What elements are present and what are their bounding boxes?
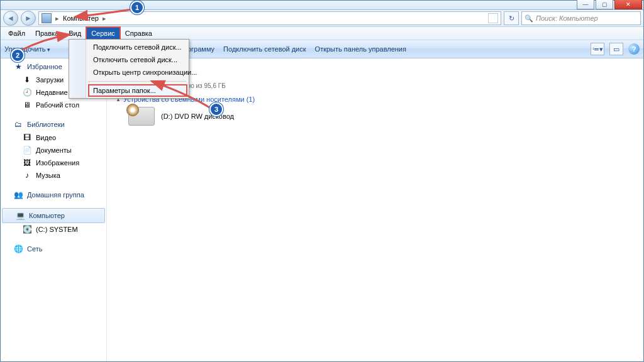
breadcrumb-sep: ▸ [54, 14, 60, 23]
forward-button[interactable]: ► [21, 11, 36, 26]
titlebar: — ▢ ✕ [1, 1, 643, 10]
document-icon: 📄 [22, 145, 32, 155]
cmd-map-drive[interactable]: Подключить сетевой диск [223, 45, 306, 53]
nav-videos[interactable]: 🎞Видео [1, 131, 106, 144]
pictures-icon: 🖼 [22, 158, 32, 168]
dvd-drive-icon [128, 107, 155, 126]
computer-icon: 💻 [15, 211, 25, 221]
back-button[interactable]: ◄ [3, 11, 18, 26]
refresh-button[interactable]: ↻ [504, 11, 519, 25]
star-icon: ★ [13, 62, 23, 72]
libraries-icon: 🗂 [13, 119, 23, 129]
computer-icon [42, 13, 52, 23]
minimize-button[interactable]: — [577, 0, 594, 9]
nav-network[interactable]: 🌐 Сеть [1, 242, 106, 256]
drive-icon: 💽 [22, 224, 32, 234]
nav-drive-c[interactable]: 💽(C:) SYSTEM [1, 223, 106, 236]
dd-map-network-drive[interactable]: Подключить сетевой диск... [88, 41, 187, 53]
desktop-icon: 🖥 [22, 100, 32, 110]
menu-bar: Файл Правка Вид Сервис Справка [1, 27, 643, 40]
search-placeholder: Поиск: Компьютер [536, 14, 598, 22]
nav-homegroup[interactable]: 👥 Домашняя группа [1, 188, 106, 202]
breadcrumb-computer[interactable]: Компьютер [63, 14, 99, 22]
menu-tools[interactable]: Сервис [86, 27, 120, 40]
search-icon: 🔍 [525, 14, 533, 23]
music-icon: ♪ [22, 170, 32, 180]
drive-dvd[interactable]: (D:) DVD RW дисковод [128, 107, 637, 126]
menu-help[interactable]: Справка [120, 27, 157, 40]
drive-free-space: 59,0 ГБ свободно из 95,6 ГБ [143, 82, 637, 89]
group-removable-devices[interactable]: ▲ Устройства со съемными носителями (1) [116, 96, 637, 103]
address-bar[interactable]: ▸ Компьютер ▸ [38, 11, 501, 25]
address-dropdown[interactable] [488, 13, 498, 23]
dd-sync-center[interactable]: Открыть центр синхронизации... [88, 66, 187, 79]
drive-dvd-label: (D:) DVD RW дисковод [161, 112, 234, 120]
annotation-badge-2: 2 [11, 48, 25, 62]
view-mode-button[interactable]: ≔▾ [591, 43, 604, 55]
video-icon: 🎞 [22, 133, 32, 143]
nav-music[interactable]: ♪Музыка [1, 169, 106, 182]
nav-desktop[interactable]: 🖥Рабочий стол [1, 99, 106, 111]
nav-docs[interactable]: 📄Документы [1, 144, 106, 156]
nav-pictures[interactable]: 🖼Изображения [1, 156, 106, 169]
cmd-open-control-panel[interactable]: Открыть панель управления [315, 45, 406, 53]
homegroup-icon: 👥 [13, 190, 23, 200]
menu-edit[interactable]: Правка [30, 27, 64, 40]
annotation-badge-3: 3 [209, 102, 223, 116]
content-pane: 59,0 ГБ свободно из 95,6 ГБ ▲ Устройства… [107, 57, 643, 361]
menu-file[interactable]: Файл [3, 27, 30, 40]
nav-computer[interactable]: 💻 Компьютер [2, 208, 105, 223]
annotation-badge-1: 1 [130, 1, 144, 14]
search-input[interactable]: 🔍 Поиск: Компьютер [521, 11, 641, 25]
tools-dropdown: Подключить сетевой диск... Отключить сет… [69, 39, 189, 99]
downloads-icon: ⬇ [22, 75, 32, 85]
close-button[interactable]: ✕ [614, 0, 642, 9]
network-icon: 🌐 [13, 244, 23, 254]
dd-disconnect-network[interactable]: Отключить сетевой диск... [88, 53, 187, 66]
navigation-pane: ★ Избранное ⬇Загрузки 🕘Недавние места 🖥Р… [1, 57, 107, 361]
breadcrumb-sep: ▸ [101, 14, 108, 23]
recent-icon: 🕘 [22, 87, 32, 97]
nav-libraries[interactable]: 🗂 Библиотеки [1, 118, 106, 131]
address-bar-row: ◄ ► ▸ Компьютер ▸ ↻ 🔍 Поиск: Компьютер [1, 10, 643, 27]
help-button[interactable]: ? [628, 43, 640, 55]
maximize-button[interactable]: ▢ [596, 0, 613, 9]
menu-view[interactable]: Вид [64, 27, 86, 40]
dd-folder-options[interactable]: Параметры папок... [88, 84, 187, 97]
cmd-program-partial[interactable]: ограмму [187, 45, 214, 53]
preview-pane-button[interactable]: ▭ [609, 43, 623, 55]
